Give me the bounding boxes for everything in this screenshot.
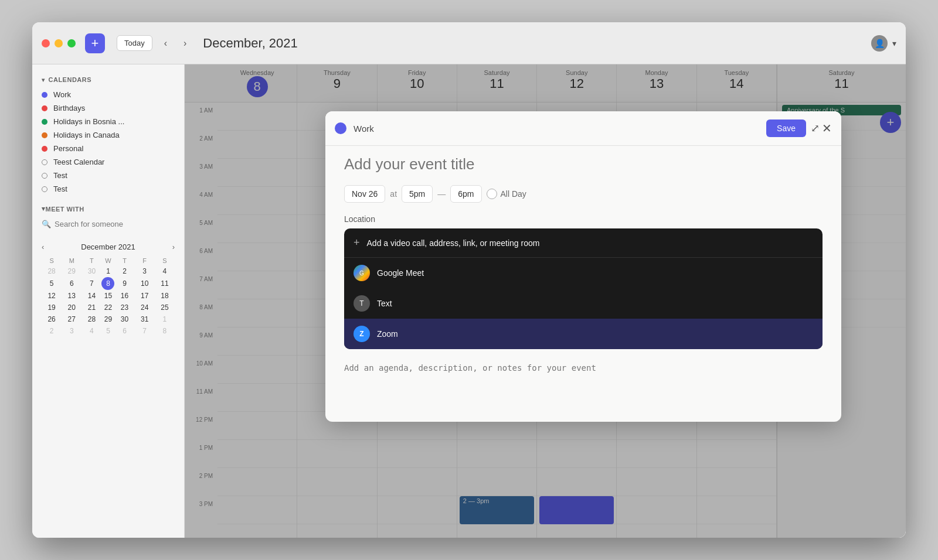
minimize-window-button[interactable] (55, 39, 63, 47)
mini-cal-day[interactable]: 29 (101, 313, 114, 325)
mini-cal-day[interactable]: 19 (42, 302, 62, 313)
mini-cal-day[interactable]: 1 (155, 313, 175, 325)
holidays-bosnia-color-dot (42, 119, 47, 125)
modal-close-button[interactable]: ✕ (822, 121, 832, 135)
mini-cal-day[interactable]: 1 (101, 265, 114, 277)
mini-cal-day[interactable]: 29 (62, 265, 81, 277)
all-day-checkbox[interactable] (487, 189, 497, 199)
close-window-button[interactable] (42, 39, 50, 47)
mini-cal-day[interactable]: 7 (81, 277, 101, 290)
mini-calendar: ‹ December 2021 › S M T W T F S (32, 233, 184, 346)
mini-cal-day[interactable]: 27 (62, 313, 81, 325)
mini-cal-day[interactable]: 5 (101, 325, 114, 337)
mini-cal-day[interactable]: 31 (135, 313, 155, 325)
event-title-input[interactable] (344, 155, 823, 173)
mini-cal-day[interactable]: 4 (81, 325, 101, 337)
main-content: ▾ CALENDARS Work Birthdays Holidays in B… (32, 64, 906, 538)
mini-cal-day[interactable]: 15 (101, 290, 114, 302)
meet-with-section-header: ▾ MEET WITH (32, 196, 184, 217)
location-dropdown: + Add a video call, address, link, or me… (344, 228, 823, 349)
mini-cal-day[interactable]: 10 (135, 277, 155, 290)
mini-cal-day[interactable]: 21 (81, 302, 101, 313)
mini-cal-day[interactable]: 25 (155, 302, 175, 313)
calendars-header-label: CALENDARS (49, 76, 92, 83)
prev-month-button[interactable]: ‹ (159, 36, 172, 51)
location-label: Location (344, 214, 823, 224)
mini-cal-today[interactable]: 8 (101, 277, 114, 290)
mini-cal-day[interactable]: 23 (114, 302, 134, 313)
day-header-fri: F (135, 256, 155, 265)
all-day-row: All Day (487, 189, 526, 199)
meet-with-search[interactable]: 🔍 (42, 220, 175, 228)
location-add-row[interactable]: + Add a video call, address, link, or me… (344, 228, 823, 257)
event-end-time-button[interactable]: 6pm (450, 185, 481, 203)
navigation-controls: Today ‹ › December, 2021 (117, 35, 298, 51)
calendar-area: Wednesday 8 Thursday 9 Friday 10 Saturda… (185, 64, 906, 538)
mini-cal-day[interactable]: 3 (135, 265, 155, 277)
mini-cal-day[interactable]: 6 (114, 325, 134, 337)
mini-cal-day[interactable]: 5 (42, 277, 62, 290)
location-option-google-meet[interactable]: G Google Meet (344, 258, 823, 288)
sidebar-item-holidays-canada[interactable]: Holidays in Canada (32, 128, 184, 142)
birthdays-color-dot (42, 105, 47, 111)
mini-cal-day[interactable]: 7 (135, 325, 155, 337)
mini-cal-day[interactable]: 3 (62, 325, 81, 337)
location-option-zoom[interactable]: Z Zoom (344, 319, 823, 349)
mini-cal-day[interactable]: 26 (42, 313, 62, 325)
mini-cal-day[interactable]: 30 (81, 265, 101, 277)
sidebar-item-birthdays[interactable]: Birthdays (32, 101, 184, 115)
new-event-button[interactable]: + (85, 33, 105, 53)
mini-cal-day[interactable]: 30 (114, 313, 134, 325)
mini-cal-day[interactable]: 20 (62, 302, 81, 313)
sidebar-item-personal[interactable]: Personal (32, 142, 184, 155)
today-button[interactable]: Today (117, 35, 152, 51)
mini-calendar-month-label: December 2021 (81, 243, 135, 251)
test2-label: Test (53, 185, 67, 193)
mini-cal-day[interactable]: 6 (62, 277, 81, 290)
mini-cal-day[interactable]: 8 (155, 325, 175, 337)
mini-cal-day[interactable]: 4 (155, 265, 175, 277)
mini-cal-day[interactable]: 2 (114, 265, 134, 277)
mini-cal-day[interactable]: 11 (155, 277, 175, 290)
mini-cal-day[interactable]: 2 (42, 325, 62, 337)
mini-cal-day[interactable]: 28 (42, 265, 62, 277)
mini-cal-day[interactable]: 17 (135, 290, 155, 302)
mini-cal-day[interactable]: 9 (114, 277, 134, 290)
sidebar-item-test-1[interactable]: Test (32, 169, 184, 182)
work-label: Work (53, 90, 71, 99)
notes-textarea[interactable] (344, 363, 823, 410)
holidays-canada-color-dot (42, 132, 47, 138)
event-time-row: Nov 26 at 5pm — 6pm All Day (344, 185, 823, 203)
maximize-window-button[interactable] (67, 39, 76, 47)
sidebar: ▾ CALENDARS Work Birthdays Holidays in B… (32, 64, 185, 538)
title-bar: + Today ‹ › December, 2021 👤 ▾ (32, 22, 906, 64)
sidebar-item-teest-calendar[interactable]: Teest Calendar (32, 155, 184, 169)
next-month-button[interactable]: › (179, 36, 191, 51)
location-option-text[interactable]: T Text (344, 288, 823, 319)
sidebar-item-holidays-bosnia[interactable]: Holidays in Bosnia ... (32, 115, 184, 128)
mini-cal-day[interactable]: 16 (114, 290, 134, 302)
sidebar-item-work[interactable]: Work (32, 88, 184, 101)
add-location-plus-icon: + (354, 237, 360, 249)
modal-expand-button[interactable]: ⤢ (811, 122, 820, 135)
birthdays-label: Birthdays (53, 104, 85, 112)
mini-cal-day[interactable]: 22 (101, 302, 114, 313)
calendars-section-header[interactable]: ▾ CALENDARS (32, 71, 184, 88)
mini-cal-prev-button[interactable]: ‹ (42, 243, 44, 251)
mini-calendar-grid: S M T W T F S 28 29 30 (42, 256, 175, 337)
mini-cal-day[interactable]: 13 (62, 290, 81, 302)
modal-save-button[interactable]: Save (766, 119, 806, 137)
mini-cal-day[interactable]: 12 (42, 290, 62, 302)
modal-body: Nov 26 at 5pm — 6pm All Day Location (325, 146, 841, 422)
mini-cal-day[interactable]: 24 (135, 302, 155, 313)
mini-cal-day[interactable]: 14 (81, 290, 101, 302)
sidebar-item-test-2[interactable]: Test (32, 182, 184, 196)
mini-cal-next-button[interactable]: › (172, 243, 175, 251)
account-avatar[interactable]: 👤 (871, 35, 888, 52)
event-date-button[interactable]: Nov 26 (344, 185, 385, 203)
search-for-someone-input[interactable] (55, 220, 175, 228)
account-dropdown-button[interactable]: ▾ (892, 39, 896, 48)
mini-cal-day[interactable]: 28 (81, 313, 101, 325)
mini-cal-day[interactable]: 18 (155, 290, 175, 302)
event-start-time-button[interactable]: 5pm (402, 185, 433, 203)
